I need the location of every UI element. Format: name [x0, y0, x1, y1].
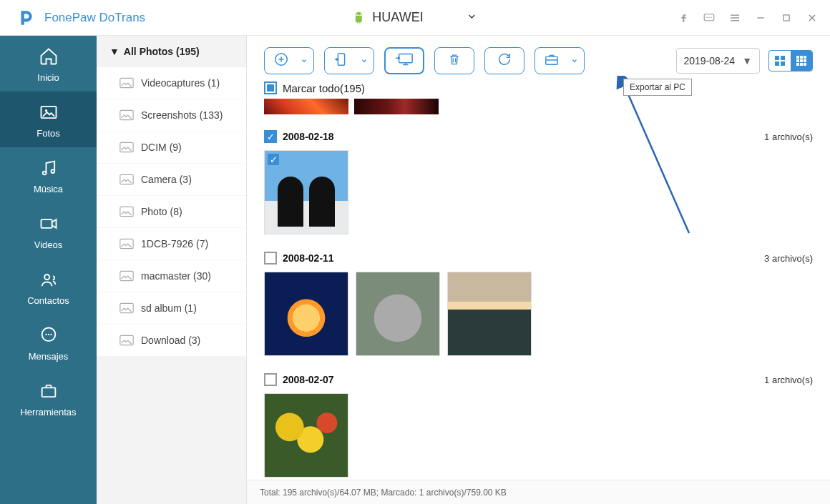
sidebar-item[interactable]: Videocaptures (1): [97, 67, 246, 99]
phone-export-icon: [325, 51, 355, 70]
date-picker[interactable]: 2019-08-24 ▼: [676, 48, 760, 74]
chevron-down-icon: [295, 54, 313, 67]
export-to-pc-button[interactable]: [384, 47, 424, 74]
sidebar-item-label: Photo (8): [141, 206, 182, 217]
svg-point-10: [44, 275, 49, 280]
svg-point-1: [706, 16, 708, 18]
thumbnail[interactable]: [264, 99, 348, 114]
nav-videos[interactable]: Videos: [0, 203, 97, 259]
titlebar: FonePaw DoTrans HUAWEI: [0, 0, 830, 36]
sidebar-item[interactable]: Download (3): [97, 325, 246, 357]
svg-rect-31: [775, 61, 779, 66]
sidebar-item[interactable]: 1DCB-7926 (7): [97, 228, 246, 260]
refresh-button[interactable]: [484, 47, 524, 74]
thumbnail[interactable]: [264, 393, 348, 478]
maximize-button[interactable]: [774, 6, 799, 30]
group-checkbox[interactable]: [264, 373, 277, 386]
app-logo: [16, 8, 36, 28]
thumbnail[interactable]: [264, 272, 348, 356]
svg-point-12: [45, 333, 47, 335]
music-icon: [37, 157, 60, 179]
group-date: 2008-02-07: [283, 374, 334, 385]
minimize-button[interactable]: [748, 6, 773, 30]
app-title: FonePaw DoTrans: [44, 11, 145, 25]
sidebar-item[interactable]: macmaster (30): [97, 260, 246, 292]
select-all-checkbox[interactable]: [264, 81, 277, 94]
chevron-down-icon: [565, 54, 584, 67]
tooltip-export-pc: Exportar al PC: [623, 79, 692, 96]
thumbnail[interactable]: [356, 272, 440, 356]
photo-group: 2008-02-11 3 archivo(s): [264, 247, 813, 356]
home-icon: [37, 45, 60, 68]
svg-rect-37: [800, 59, 803, 62]
pc-export-icon: [395, 51, 414, 70]
folder-photo-icon: [119, 174, 134, 185]
nav-fotos[interactable]: Fotos: [0, 92, 97, 147]
svg-point-3: [711, 16, 712, 18]
photo-scroll[interactable]: 2008-02-18 1 archivo(s) 2008-02-11 3 arc…: [247, 99, 830, 480]
sidebar-item-label: DCIM (9): [141, 142, 182, 153]
thumbnail[interactable]: [264, 150, 348, 234]
folder-photo-icon: [119, 270, 134, 282]
folder-photo-icon: [119, 206, 134, 217]
video-icon: [37, 212, 60, 235]
view-small-grid[interactable]: [791, 51, 812, 71]
add-button[interactable]: [264, 47, 314, 74]
svg-point-8: [51, 169, 54, 173]
svg-rect-27: [399, 54, 413, 63]
toolbox-button[interactable]: [534, 47, 585, 74]
sidebar-header-label: All Photos (195): [124, 46, 200, 57]
folder-photo-icon: [119, 142, 134, 153]
device-selector[interactable]: HUAWEI: [352, 10, 477, 25]
group-date: 2008-02-11: [283, 252, 334, 264]
status-text: Total: 195 archivo(s)/64.07 MB; Marcado:…: [260, 488, 507, 498]
sidebar-item-label: sd album (1): [141, 302, 197, 314]
select-all-label: Marcar todo(195): [283, 82, 365, 94]
thumbnail[interactable]: [447, 272, 532, 356]
sidebar-item[interactable]: Camera (3): [97, 164, 246, 196]
sidebar-item[interactable]: DCIM (9): [97, 132, 246, 164]
sidebar-item[interactable]: sd album (1): [97, 292, 246, 325]
refresh-icon: [497, 51, 512, 70]
group-checkbox[interactable]: [264, 252, 277, 265]
export-to-device-button[interactable]: [324, 47, 374, 74]
toolbar: 2019-08-24 ▼ Exportar al PC: [247, 36, 830, 81]
group-date: 2008-02-18: [283, 131, 334, 142]
svg-rect-34: [800, 56, 803, 59]
sidebar-item-label: Videocaptures (1): [141, 77, 220, 89]
thumbnail[interactable]: [354, 99, 439, 114]
group-count: 1 archivo(s): [764, 132, 813, 142]
nav-inicio[interactable]: Inicio: [0, 36, 97, 92]
group-checkbox[interactable]: [264, 130, 277, 143]
nav-label: Música: [34, 184, 63, 194]
facebook-icon[interactable]: [671, 6, 695, 30]
delete-button[interactable]: [434, 47, 474, 74]
photo-icon: [37, 101, 60, 124]
photo-group: 2008-02-07 1 archivo(s): [264, 369, 813, 478]
nav-contactos[interactable]: Contactos: [0, 259, 97, 315]
nav-label: Mensajes: [29, 351, 69, 362]
view-large-grid[interactable]: [769, 51, 791, 71]
briefcase-icon: [535, 52, 565, 69]
sidebar-item[interactable]: Screenshots (133): [97, 99, 246, 132]
sidebar-item-label: Download (3): [141, 335, 200, 346]
nav-herramientas[interactable]: Herramientas: [0, 370, 97, 426]
device-name: HUAWEI: [372, 10, 423, 25]
android-icon: [352, 11, 365, 25]
svg-rect-9: [41, 219, 52, 228]
svg-rect-33: [796, 56, 799, 59]
menu-icon[interactable]: [723, 6, 747, 30]
nav-musica[interactable]: Música: [0, 147, 97, 203]
svg-rect-35: [804, 56, 806, 59]
trash-icon: [447, 51, 462, 70]
nav-mensajes[interactable]: Mensajes: [0, 315, 97, 370]
folder-photo-icon: [119, 302, 134, 314]
svg-rect-28: [546, 56, 557, 64]
sidebar-header[interactable]: ▼ All Photos (195): [97, 36, 246, 67]
thumb-checkbox[interactable]: [268, 154, 279, 165]
album-sidebar: ▼ All Photos (195) Videocaptures (1) Scr…: [97, 36, 247, 504]
close-button[interactable]: [800, 6, 824, 30]
feedback-icon[interactable]: [697, 6, 721, 30]
plus-circle-icon: [265, 51, 295, 70]
sidebar-item[interactable]: Photo (8): [97, 196, 246, 228]
